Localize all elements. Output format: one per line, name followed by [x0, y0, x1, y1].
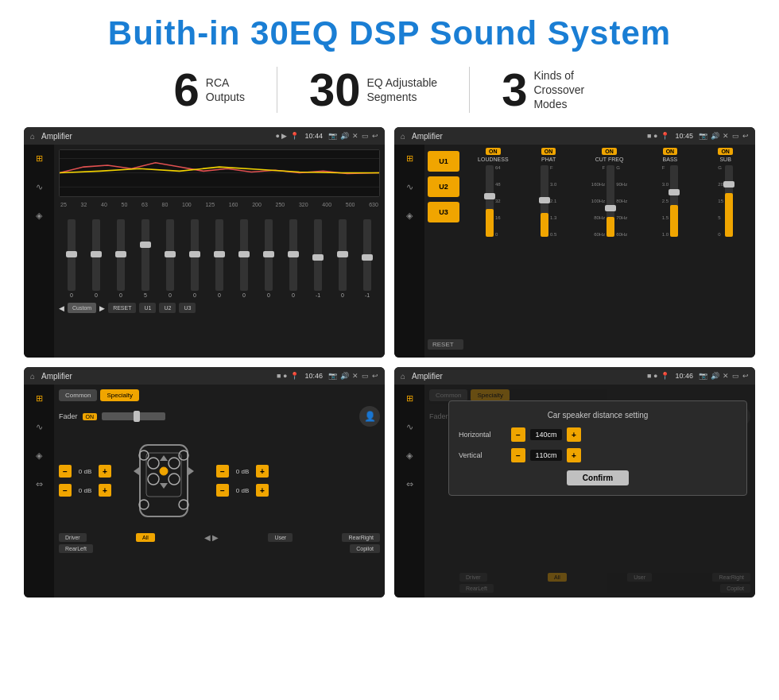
fader-right-bot-minus[interactable]: − [216, 484, 229, 497]
dist-sidebar-arrows-icon[interactable]: ⇔ [401, 475, 418, 493]
stat-crossover: 3 Kinds ofCrossover Modes [470, 67, 637, 113]
xover-u1-btn[interactable]: U1 [428, 151, 459, 172]
eq-u1-btn[interactable]: U1 [139, 303, 156, 313]
fader-right-top-plus[interactable]: + [256, 465, 269, 478]
fader-all-btn[interactable]: All [136, 533, 155, 542]
stat-eq-label: EQ AdjustableSegments [366, 75, 437, 104]
xover-bass-on[interactable]: ON [663, 148, 678, 155]
fader-vol-icon: 🔊 [340, 372, 349, 380]
eq-dot-icon: ● ▶ [276, 132, 288, 140]
dist-horizontal-plus[interactable]: + [567, 427, 581, 442]
xover-u2-btn[interactable]: U2 [428, 176, 459, 197]
eq-slider-8[interactable]: 0 [240, 219, 248, 298]
fader-left-bot-minus[interactable]: − [59, 484, 72, 497]
eq-rect-icon: ▭ [362, 132, 369, 140]
xover-back-icon[interactable]: ↩ [742, 132, 749, 140]
fader-profile-icon[interactable]: 👤 [359, 406, 380, 427]
fader-back-icon[interactable]: ↩ [372, 372, 378, 380]
fader-copilot-btn[interactable]: Copilot [350, 544, 380, 553]
distance-dialog: Car speaker distance setting Horizontal … [448, 400, 747, 496]
eq-slider-4[interactable]: 5 [141, 219, 149, 298]
xover-cutfreq-on[interactable]: ON [602, 148, 617, 155]
dist-sidebar-speaker-icon[interactable]: ◈ [401, 447, 418, 464]
dist-home-icon[interactable]: ⌂ [401, 372, 405, 381]
xover-sidebar-wave-icon[interactable]: ∿ [401, 178, 418, 195]
xover-dot-icon: ■ ● [647, 132, 657, 140]
fader-right-bot-plus[interactable]: + [256, 484, 269, 497]
fader-rearright-btn[interactable]: RearRight [342, 533, 380, 542]
fader-sidebar-arrows-icon[interactable]: ⇔ [30, 475, 48, 493]
fader-user-btn[interactable]: User [268, 533, 293, 542]
fader-tab-specialty[interactable]: Specialty [100, 389, 138, 401]
fader-right-top-minus[interactable]: − [216, 465, 229, 478]
fader-left-top-minus[interactable]: − [59, 465, 72, 478]
dist-bg-rearleft-btn: RearLeft [459, 584, 494, 593]
dist-confirm-area: Confirm [459, 470, 737, 485]
eq-slider-13[interactable]: -1 [363, 219, 371, 298]
eq-sidebar-wave-icon[interactable]: ∿ [30, 178, 48, 195]
fader-sidebar-eq-icon[interactable]: ⊞ [30, 389, 48, 407]
eq-slider-5[interactable]: 0 [166, 219, 174, 298]
eq-slider-2[interactable]: 0 [92, 219, 100, 298]
eq-graph [59, 149, 380, 197]
svg-point-6 [148, 458, 159, 469]
xover-sidebar-speaker-icon[interactable]: ◈ [401, 207, 418, 224]
fader-tab-common[interactable]: Common [59, 389, 97, 401]
dist-vertical-plus[interactable]: + [567, 448, 581, 462]
xover-sub-on[interactable]: ON [718, 148, 733, 155]
stat-rca-number: 6 [174, 67, 200, 113]
xover-sidebar-eq-icon[interactable]: ⊞ [401, 149, 418, 167]
dist-bg-rearright-btn: RearRight [712, 573, 750, 582]
fader-x-icon: ✕ [352, 372, 358, 380]
dist-sidebar-wave-icon[interactable]: ∿ [401, 418, 418, 435]
xover-loudness-on[interactable]: ON [486, 148, 501, 155]
eq-slider-10[interactable]: 0 [289, 219, 297, 298]
fader-label: Fader [59, 412, 78, 420]
eq-sidebar-speaker-icon[interactable]: ◈ [30, 207, 48, 224]
xover-home-icon[interactable]: ⌂ [401, 132, 405, 141]
eq-prev-btn[interactable]: ◀ [59, 304, 64, 312]
eq-next-btn[interactable]: ▶ [99, 304, 105, 312]
fader-left-top-plus[interactable]: + [99, 465, 111, 478]
fader-sidebar-speaker-icon[interactable]: ◈ [30, 447, 48, 464]
eq-slider-7[interactable]: 0 [215, 219, 223, 298]
confirm-button[interactable]: Confirm [567, 470, 629, 485]
dist-sidebar-eq-icon[interactable]: ⊞ [401, 389, 418, 407]
fader-on-badge[interactable]: ON [83, 413, 98, 420]
fader-home-icon[interactable]: ⌂ [30, 372, 35, 381]
eq-u3-btn[interactable]: U3 [179, 303, 196, 313]
svg-marker-12 [160, 483, 168, 489]
fader-rearleft-btn[interactable]: RearLeft [59, 544, 93, 553]
eq-u2-btn[interactable]: U2 [159, 303, 176, 313]
svg-point-10 [160, 467, 168, 475]
fader-driver-btn[interactable]: Driver [59, 533, 87, 542]
eq-slider-11[interactable]: -1 [314, 219, 322, 298]
eq-slider-6[interactable]: 0 [191, 219, 199, 298]
xover-u3-btn[interactable]: U3 [428, 202, 459, 222]
xover-phat-on[interactable]: ON [541, 148, 556, 155]
eq-reset-btn[interactable]: RESET [108, 303, 136, 313]
eq-custom-btn[interactable]: Custom [68, 303, 96, 313]
dist-time: 10:46 [675, 372, 693, 380]
eq-home-icon[interactable]: ⌂ [30, 132, 35, 141]
eq-slider-3[interactable]: 0 [117, 219, 125, 298]
dist-horizontal-minus[interactable]: − [511, 427, 525, 442]
eq-vol-icon: 🔊 [340, 132, 349, 140]
svg-point-8 [148, 474, 159, 485]
eq-sliders: 0 0 0 5 [54, 211, 385, 298]
xover-topbar: ⌂ Amplifier ■ ● 📍 10:45 📷 🔊 ✕ ▭ ↩ [394, 127, 755, 145]
eq-slider-9[interactable]: 0 [265, 219, 273, 298]
xover-reset-btn[interactable]: RESET [428, 339, 463, 350]
svg-marker-14 [188, 467, 194, 475]
stat-eq-number: 30 [309, 67, 361, 113]
fader-loc-icon: 📍 [290, 372, 299, 380]
eq-slider-1[interactable]: 0 [68, 219, 76, 298]
eq-sidebar-eq-icon[interactable]: ⊞ [30, 149, 48, 167]
dist-back-icon[interactable]: ↩ [742, 372, 749, 380]
eq-slider-12[interactable]: 0 [339, 219, 347, 298]
eq-back-icon[interactable]: ↩ [372, 132, 378, 140]
dist-vertical-minus[interactable]: − [511, 448, 525, 462]
fader-sidebar-wave-icon[interactable]: ∿ [30, 418, 48, 435]
fader-slider[interactable] [102, 412, 165, 420]
fader-left-bot-plus[interactable]: + [99, 484, 111, 497]
